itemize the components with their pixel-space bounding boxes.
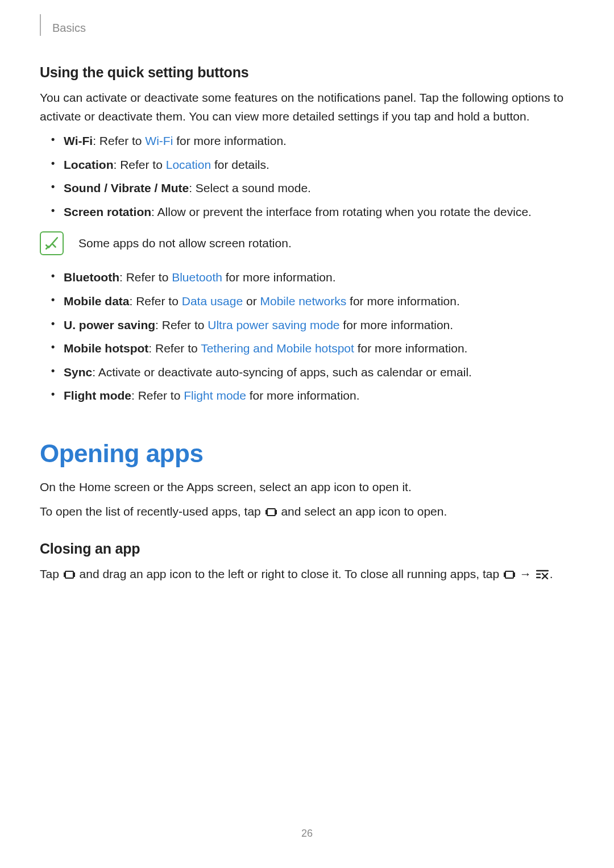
item-text: : Refer to (114, 158, 166, 171)
page-number: 26 (0, 828, 614, 840)
item-bold: Location (64, 158, 114, 171)
list-quick-settings-1: Wi-Fi: Refer to Wi-Fi for more informati… (40, 131, 574, 221)
svg-rect-3 (65, 571, 73, 578)
list-item: Sync: Activate or deactivate auto-syncin… (64, 363, 574, 382)
heading-closing-app: Closing an app (40, 541, 574, 557)
recent-apps-icon (265, 504, 277, 523)
heading-quick-settings: Using the quick setting buttons (40, 64, 574, 81)
header-divider (40, 14, 41, 36)
item-text: for more information. (354, 342, 468, 355)
page-header: Basics (40, 20, 574, 36)
list-item: Mobile data: Refer to Data usage or Mobi… (64, 292, 574, 311)
item-bold: Flight mode (64, 389, 131, 402)
link-data-usage[interactable]: Data usage (182, 294, 243, 308)
paragraph-closing-app: Tap and drag an app icon to the left or … (40, 565, 574, 585)
list-quick-settings-2: Bluetooth: Refer to Bluetooth for more i… (40, 268, 574, 405)
item-text: or (243, 294, 260, 308)
list-item: Screen rotation: Allow or prevent the in… (64, 202, 574, 222)
item-text: for more information. (346, 294, 460, 308)
list-item: Mobile hotspot: Refer to Tethering and M… (64, 339, 574, 358)
list-item: Wi-Fi: Refer to Wi-Fi for more informati… (64, 131, 574, 151)
header-section-label: Basics (52, 22, 86, 35)
item-bold: Bluetooth (64, 271, 119, 284)
link-location[interactable]: Location (166, 158, 211, 171)
link-mobile-networks[interactable]: Mobile networks (260, 294, 346, 308)
item-text: for details. (211, 158, 269, 171)
link-tethering[interactable]: Tethering and Mobile hotspot (201, 342, 354, 355)
item-bold: Sound / Vibrate / Mute (64, 181, 189, 194)
note-callout: Some apps do not allow screen rotation. (40, 231, 574, 255)
item-text: : Refer to (119, 271, 172, 284)
item-text: : Select a sound mode. (189, 181, 311, 194)
item-bold: Sync (64, 366, 92, 379)
item-text: for more information. (173, 134, 287, 147)
item-text: : Refer to (148, 342, 201, 355)
note-text: Some apps do not allow screen rotation. (78, 236, 292, 250)
link-flight-mode[interactable]: Flight mode (184, 389, 246, 402)
paragraph-quick-settings-intro: You can activate or deactivate some feat… (40, 89, 574, 126)
arrow-icon: → (516, 567, 535, 580)
list-item: U. power saving: Refer to Ultra power sa… (64, 315, 574, 335)
text-fragment: To open the list of recently-used apps, … (40, 505, 264, 518)
link-bluetooth[interactable]: Bluetooth (172, 271, 222, 284)
text-fragment: . (550, 567, 553, 580)
text-fragment: and drag an app icon to the left or righ… (76, 567, 503, 580)
item-text: for more information. (340, 318, 454, 331)
heading-opening-apps: Opening apps (40, 439, 574, 468)
recent-apps-icon (64, 567, 75, 585)
list-item: Bluetooth: Refer to Bluetooth for more i… (64, 268, 574, 287)
svg-rect-0 (267, 509, 275, 516)
item-text: for more information. (222, 271, 336, 284)
text-fragment: Tap (40, 567, 63, 580)
list-item: Flight mode: Refer to Flight mode for mo… (64, 386, 574, 405)
item-text: : Allow or prevent the interface from ro… (151, 205, 532, 218)
list-item: Location: Refer to Location for details. (64, 155, 574, 175)
close-all-icon (536, 567, 549, 585)
item-text: : Refer to (93, 134, 145, 147)
item-bold: U. power saving (64, 318, 155, 331)
item-bold: Screen rotation (64, 205, 151, 218)
paragraph-opening-apps-1: On the Home screen or the Apps screen, s… (40, 478, 574, 497)
item-text: : Refer to (155, 318, 208, 331)
list-item: Sound / Vibrate / Mute: Select a sound m… (64, 178, 574, 198)
recent-apps-icon (504, 567, 515, 585)
svg-rect-6 (505, 571, 513, 578)
item-bold: Mobile data (64, 294, 130, 308)
item-text: for more information. (246, 389, 360, 402)
link-wifi[interactable]: Wi-Fi (145, 134, 173, 147)
item-text: : Refer to (130, 294, 182, 308)
note-icon (40, 231, 64, 255)
text-fragment: and select an app icon to open. (278, 505, 447, 518)
item-bold: Mobile hotspot (64, 342, 148, 355)
item-text: : Refer to (131, 389, 184, 402)
link-ultra-power-saving[interactable]: Ultra power saving mode (208, 318, 339, 331)
item-text: : Activate or deactivate auto-syncing of… (92, 366, 472, 379)
paragraph-opening-apps-2: To open the list of recently-used apps, … (40, 502, 574, 523)
page: Basics Using the quick setting buttons Y… (0, 0, 614, 868)
item-bold: Wi-Fi (64, 134, 93, 147)
